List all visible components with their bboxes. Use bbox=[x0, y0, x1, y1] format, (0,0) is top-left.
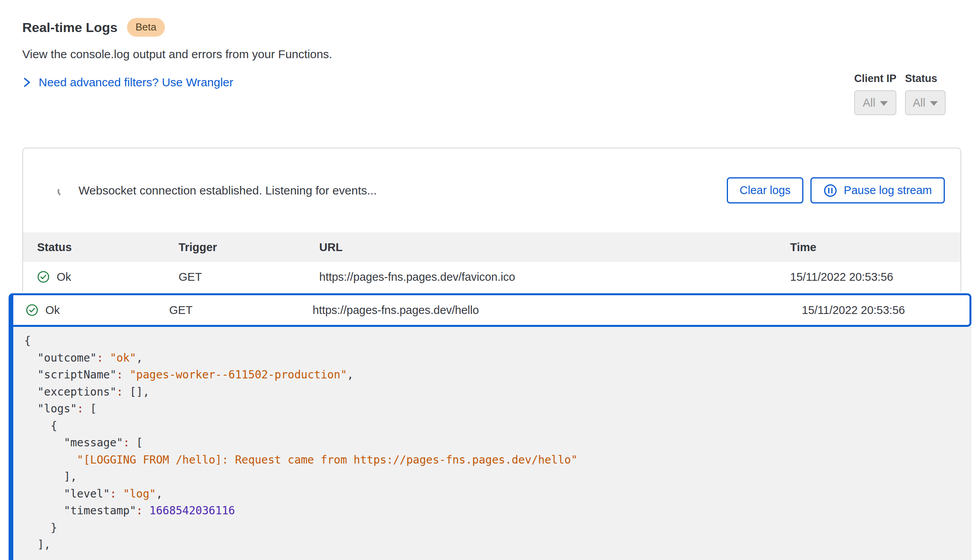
code-line: "message": [ bbox=[24, 434, 964, 451]
code-line: } bbox=[24, 519, 964, 537]
pause-icon bbox=[823, 184, 837, 198]
filters: Client IP All Status All bbox=[854, 73, 946, 115]
time-cell: 15/11/2022 20:53:56 bbox=[802, 304, 957, 317]
status-ok-icon bbox=[26, 304, 38, 316]
status-label: Ok bbox=[45, 304, 60, 317]
status-cell: Ok bbox=[26, 304, 169, 317]
clear-logs-button[interactable]: Clear logs bbox=[727, 177, 804, 203]
filter-client-ip-dropdown[interactable]: All bbox=[854, 90, 896, 115]
logs-table-header: Status Trigger URL Time bbox=[23, 232, 960, 262]
code-line: { bbox=[24, 332, 964, 350]
code-line: "logs": [ bbox=[24, 400, 964, 417]
code-line: "outcome": "ok", bbox=[24, 350, 964, 367]
code-line: { bbox=[24, 417, 964, 435]
chevron-right-icon bbox=[22, 77, 32, 88]
page-header: Real-time Logs Beta View the console.log… bbox=[0, 0, 980, 89]
filter-client-ip-label: Client IP bbox=[854, 73, 896, 85]
spinner-icon bbox=[57, 185, 68, 196]
wrangler-link-label: Need advanced filters? Use Wrangler bbox=[39, 76, 233, 89]
trigger-cell: GET bbox=[169, 304, 313, 317]
trigger-cell: GET bbox=[179, 271, 319, 284]
page-title: Real-time Logs bbox=[22, 20, 118, 35]
websocket-status-message: Websocket connection established. Listen… bbox=[79, 184, 377, 197]
page-subtitle: View the console.log output and errors f… bbox=[22, 48, 961, 61]
table-row[interactable]: Ok GET https://pages-fns.pages.dev/favic… bbox=[23, 262, 960, 292]
filter-status-dropdown[interactable]: All bbox=[905, 90, 946, 115]
status-cell: Ok bbox=[37, 271, 179, 284]
time-cell: 15/11/2022 20:53:56 bbox=[790, 271, 946, 284]
pause-log-stream-button[interactable]: Pause log stream bbox=[810, 177, 945, 203]
column-header-time: Time bbox=[790, 241, 946, 254]
filter-status-value: All bbox=[913, 96, 925, 109]
clear-logs-label: Clear logs bbox=[740, 184, 791, 197]
code-line: "level": "log", bbox=[24, 485, 964, 503]
status-label: Ok bbox=[57, 271, 71, 284]
filter-client-ip-value: All bbox=[863, 96, 875, 109]
column-header-status: Status bbox=[37, 241, 179, 254]
code-line: "scriptName": "pages-worker--611502-prod… bbox=[24, 366, 964, 383]
code-line: ], bbox=[24, 468, 964, 485]
code-line: "exceptions": [], bbox=[24, 383, 964, 401]
code-line: "timestamp": 1668542036116 bbox=[24, 502, 964, 519]
filter-status-label: Status bbox=[905, 73, 946, 85]
pause-log-stream-label: Pause log stream bbox=[844, 184, 932, 197]
expanded-log-entry: Ok GET https://pages-fns.pages.dev/hello… bbox=[9, 293, 971, 560]
code-line: ], bbox=[24, 536, 964, 553]
url-cell: https://pages-fns.pages.dev/favicon.ico bbox=[319, 271, 790, 284]
table-row-selected[interactable]: Ok GET https://pages-fns.pages.dev/hello… bbox=[13, 293, 971, 327]
chevron-down-icon bbox=[930, 101, 938, 106]
status-ok-icon bbox=[37, 271, 50, 283]
beta-badge: Beta bbox=[127, 18, 165, 37]
realtime-logs-page: Real-time Logs Beta View the console.log… bbox=[0, 0, 980, 560]
json-viewer: { "outcome": "ok", "scriptName": "pages-… bbox=[13, 327, 971, 560]
logs-toolbar: Websocket connection established. Listen… bbox=[23, 148, 960, 232]
code-line: "[LOGGING FROM /hello]: Request came fro… bbox=[24, 451, 964, 469]
chevron-down-icon bbox=[880, 101, 888, 106]
wrangler-link[interactable]: Need advanced filters? Use Wrangler bbox=[22, 76, 961, 89]
url-cell: https://pages-fns.pages.dev/hello bbox=[313, 304, 802, 317]
column-header-trigger: Trigger bbox=[179, 241, 319, 254]
logs-panel: Websocket connection established. Listen… bbox=[22, 148, 961, 292]
column-header-url: URL bbox=[319, 241, 790, 254]
